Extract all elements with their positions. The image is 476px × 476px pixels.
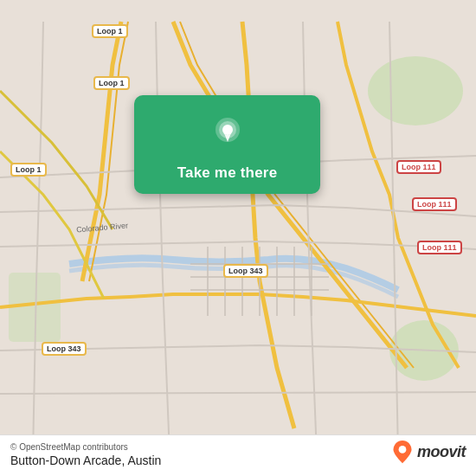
svg-point-17 bbox=[399, 446, 407, 453]
map-roads bbox=[0, 0, 476, 476]
road-label-loop111-2: Loop 111 bbox=[412, 197, 457, 211]
moovit-logo: moovit bbox=[390, 440, 466, 464]
road-label-loop1-2: Loop 1 bbox=[93, 76, 130, 90]
road-label-loop343-1: Loop 343 bbox=[223, 264, 268, 278]
take-me-there-button[interactable]: Take me there bbox=[134, 95, 320, 194]
location-pin-icon bbox=[205, 111, 250, 156]
moovit-brand-text: moovit bbox=[417, 443, 466, 461]
svg-point-16 bbox=[222, 125, 233, 135]
moovit-pin-icon bbox=[390, 440, 415, 464]
road-label-loop1-3: Loop 1 bbox=[10, 163, 47, 177]
take-me-there-label: Take me there bbox=[177, 164, 278, 182]
road-label-loop111-3: Loop 111 bbox=[417, 241, 462, 254]
road-label-loop111-1: Loop 111 bbox=[396, 160, 441, 174]
road-label-loop1-1: Loop 1 bbox=[92, 24, 128, 38]
road-label-loop343-2: Loop 343 bbox=[42, 342, 87, 356]
svg-point-1 bbox=[368, 56, 463, 125]
map-container: Loop 1 Loop 1 Loop 1 Loop 111 Loop 111 L… bbox=[0, 0, 476, 476]
